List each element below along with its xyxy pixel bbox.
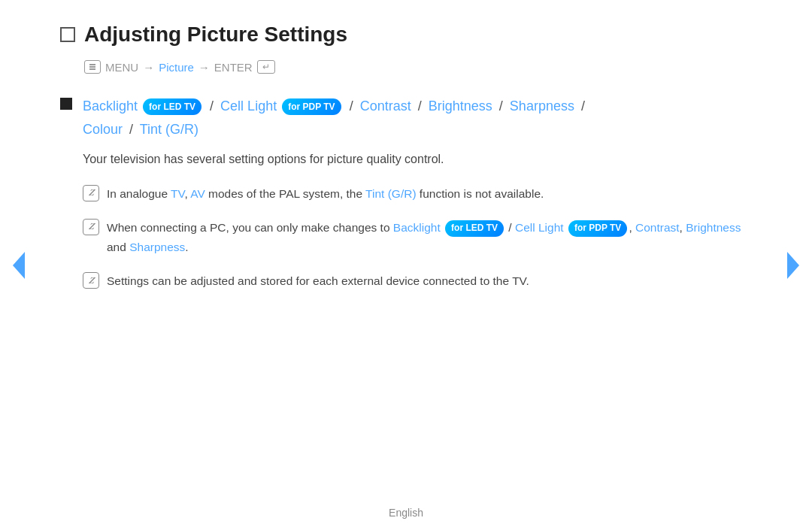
note-icon-2: 𝒁 (83, 219, 99, 235)
sharpness-link[interactable]: Sharpness (510, 98, 574, 114)
tint-gr-link[interactable]: Tint (G/R) (365, 187, 416, 200)
bullet-square (60, 98, 72, 110)
pdp-badge: for PDP TV (282, 98, 341, 115)
av-link[interactable]: AV (190, 187, 205, 200)
title-row: Adjusting Picture Settings (60, 23, 752, 47)
description-text: Your television has several setting opti… (83, 150, 752, 169)
cell-light-link-2[interactable]: Cell Light (515, 221, 564, 234)
picture-link[interactable]: Picture (159, 61, 194, 74)
note-text-2: When connecting a PC, you can only make … (107, 218, 752, 256)
led-badge: for LED TV (143, 98, 201, 115)
led-badge-2: for LED TV (445, 220, 504, 237)
note-item-2: 𝒁 When connecting a PC, you can only mak… (83, 218, 752, 256)
nav-arrow-right[interactable] (782, 247, 804, 284)
contrast-link[interactable]: Contrast (360, 98, 411, 114)
backlight-link-2[interactable]: Backlight (393, 221, 441, 234)
brightness-link-2[interactable]: Brightness (686, 221, 741, 234)
page-title: Adjusting Picture Settings (84, 23, 347, 47)
slash5: / (581, 98, 585, 114)
svg-marker-1 (787, 252, 799, 279)
slash4: / (499, 98, 503, 114)
bullet-content: Backlight for LED TV / Cell Light for PD… (83, 95, 752, 306)
note-text-3: Settings can be adjusted and stored for … (107, 271, 752, 291)
heading-line: Backlight for LED TV / Cell Light for PD… (83, 95, 752, 141)
slash1: / (210, 98, 214, 114)
menu-icon (84, 60, 101, 74)
arrow1: → (143, 61, 154, 74)
cell-light-link[interactable]: Cell Light (220, 98, 277, 114)
tv-link[interactable]: TV (171, 187, 184, 200)
note-icon-3: 𝒁 (83, 272, 99, 289)
backlight-link[interactable]: Backlight (83, 98, 138, 114)
arrow2: → (198, 61, 210, 74)
menu-label: MENU (105, 61, 138, 74)
brightness-link[interactable]: Brightness (429, 98, 492, 114)
right-arrow-icon (786, 252, 801, 279)
menu-path: MENU → Picture → ENTER (84, 60, 752, 74)
svg-marker-0 (13, 252, 25, 279)
enter-label: ENTER (214, 61, 253, 74)
footer-language: English (389, 507, 423, 519)
pdp-badge-2: for PDP TV (568, 220, 627, 237)
sharpness-link-2[interactable]: Sharpness (129, 241, 185, 253)
enter-icon (257, 60, 275, 74)
note-icon-1: 𝒁 (83, 185, 99, 201)
slash2: / (350, 98, 353, 114)
contrast-link-2[interactable]: Contrast (635, 221, 680, 234)
nav-arrow-left[interactable] (8, 247, 30, 284)
slash3: / (418, 98, 422, 114)
main-section: Backlight for LED TV / Cell Light for PD… (60, 95, 752, 306)
note-text-1: In analogue TV, AV modes of the PAL syst… (107, 184, 752, 204)
title-checkbox-icon (60, 27, 75, 42)
note-item-1: 𝒁 In analogue TV, AV modes of the PAL sy… (83, 184, 752, 204)
left-arrow-icon (11, 252, 26, 279)
tint-link[interactable]: Tint (G/R) (140, 122, 198, 137)
slash6: / (129, 122, 133, 137)
note-item-3: 𝒁 Settings can be adjusted and stored fo… (83, 271, 752, 291)
colour-link[interactable]: Colour (83, 122, 123, 137)
